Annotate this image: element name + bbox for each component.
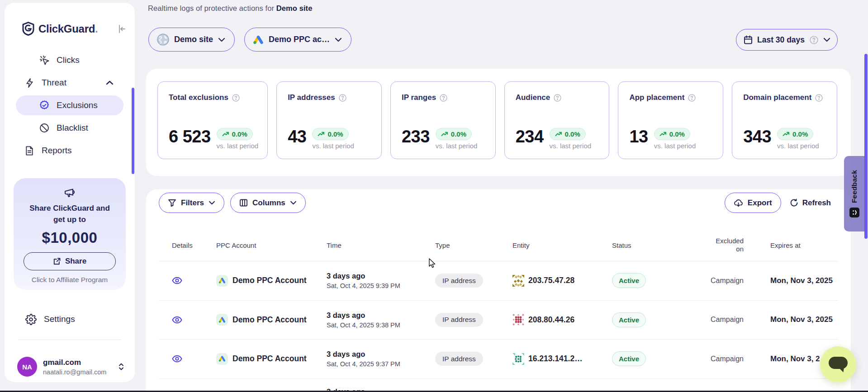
- sidebar-item-blacklist[interactable]: Blacklist: [16, 117, 123, 139]
- help-circle-icon[interactable]: [554, 94, 561, 102]
- context-selectors: Demo site Demo PPC ac…: [148, 28, 351, 52]
- account-email: naatali.ro@gmail.com: [43, 368, 106, 376]
- table-row[interactable]: Demo PPC Account 3 days ago Sat, Oct 4, …: [159, 340, 838, 379]
- clickguard-logo-icon: [22, 22, 34, 36]
- document-icon: [24, 146, 35, 156]
- brand-row: ClickGuard.: [22, 22, 127, 36]
- entity-identicon: [512, 353, 524, 365]
- sidebar-collapse-icon[interactable]: [117, 24, 127, 34]
- time-relative: 3 days ago: [327, 272, 435, 280]
- chevron-down-icon: [290, 201, 297, 205]
- col-header-ppc-account[interactable]: PPC Account: [216, 241, 327, 249]
- chevron-down-icon: [209, 201, 215, 205]
- stat-change: 0.0%: [565, 130, 580, 138]
- type-badge: IP address: [435, 352, 483, 366]
- sidebar-item-clicks[interactable]: Clicks: [16, 49, 123, 71]
- status-badge: Active: [612, 273, 646, 288]
- stat-value: 343: [743, 128, 771, 146]
- feedback-tab[interactable]: Feedback: [844, 156, 865, 231]
- share-button[interactable]: Share: [24, 252, 116, 270]
- view-details-eye-icon[interactable]: [172, 355, 182, 363]
- stat-change: 0.0%: [669, 130, 685, 138]
- filters-button-label: Filters: [181, 198, 204, 208]
- expires-at-value: Mon, Nov 3, 2025: [744, 315, 838, 324]
- col-header-entity[interactable]: Entity: [512, 241, 612, 249]
- sidebar-scrollbar-thumb[interactable]: [132, 88, 134, 174]
- col-header-excluded-on[interactable]: Excluded on: [711, 237, 744, 253]
- stat-title: IP addresses: [288, 93, 335, 102]
- chevron-down-icon: [335, 38, 342, 42]
- help-circle-icon[interactable]: [440, 94, 447, 102]
- export-button-label: Export: [748, 198, 772, 208]
- help-circle-icon[interactable]: [688, 94, 696, 102]
- columns-button[interactable]: Columns: [230, 193, 306, 213]
- col-header-details[interactable]: Details: [172, 241, 216, 249]
- chevron-up-icon: [106, 80, 114, 85]
- date-range-selector[interactable]: Last 30 days: [736, 29, 838, 51]
- col-header-time[interactable]: Time: [327, 241, 435, 249]
- chevron-down-icon: [823, 38, 830, 42]
- affiliate-promo-card: Share ClickGuard and get up to $10,000 S…: [14, 178, 126, 290]
- share-button-label: Share: [65, 257, 86, 266]
- help-circle-icon[interactable]: [232, 94, 240, 102]
- affiliate-caption[interactable]: Click to Affiliate Program: [14, 276, 126, 284]
- entity-value: 16.213.141.2…: [528, 354, 583, 364]
- help-circle-icon[interactable]: [339, 94, 346, 102]
- stat-card-ip-ranges: IP ranges 233 0.0% vs. last period: [390, 81, 496, 159]
- site-selector[interactable]: Demo site: [148, 28, 235, 52]
- page-scrollbar-thumb[interactable]: [864, 54, 868, 239]
- cloud-download-icon: [734, 199, 743, 207]
- ppc-account-name: Demo PPC Account: [232, 276, 307, 285]
- ppc-account-selector[interactable]: Demo PPC ac…: [244, 28, 351, 52]
- sidebar-item-label: Threat: [42, 78, 66, 88]
- chat-bubble-icon: [828, 356, 849, 373]
- stat-value: 43: [288, 128, 306, 146]
- promo-line1: Share ClickGuard and: [14, 203, 126, 214]
- view-details-eye-icon[interactable]: [172, 277, 182, 284]
- help-circle-icon: [810, 36, 818, 44]
- trending-up-icon: [318, 132, 325, 137]
- logs-panel: Filters Columns Export: [146, 189, 851, 392]
- cursor-click-icon: [39, 55, 50, 66]
- feedback-label: Feedback: [850, 170, 859, 203]
- col-header-expires-at[interactable]: Expires at: [744, 241, 838, 249]
- table-toolbar: Filters Columns Export: [146, 189, 851, 213]
- columns-button-label: Columns: [252, 198, 285, 208]
- google-ads-icon: [216, 275, 228, 287]
- chat-widget-button[interactable]: [820, 346, 856, 383]
- stat-caption: vs. last period: [777, 142, 819, 150]
- filters-button[interactable]: Filters: [159, 193, 224, 213]
- type-badge: IP address: [435, 313, 483, 327]
- export-button[interactable]: Export: [725, 193, 781, 213]
- ppc-account-name: Demo PPC Account: [232, 354, 307, 364]
- col-header-type[interactable]: Type: [435, 241, 512, 249]
- date-range-label: Last 30 days: [757, 35, 805, 45]
- crisp-logo-icon: [849, 208, 859, 217]
- sidebar-item-exclusions[interactable]: Exclusions: [16, 95, 123, 115]
- help-circle-icon[interactable]: [815, 94, 823, 102]
- sidebar-item-settings[interactable]: Settings: [25, 309, 75, 329]
- time-full: Sat, Oct 4, 2025 9:39 PM: [327, 282, 435, 289]
- sidebar-item-label: Clicks: [57, 55, 80, 65]
- trending-up-icon: [783, 132, 790, 137]
- time-full: Sat, Oct 4, 2025 9:37 PM: [327, 360, 435, 368]
- sidebar-item-label: Blacklist: [57, 123, 88, 133]
- exclusions-table: Details PPC Account Time Type Entity Sta…: [159, 213, 838, 392]
- table-row[interactable]: 3 days ago: [159, 379, 838, 392]
- calendar-icon: [743, 35, 753, 45]
- view-details-eye-icon[interactable]: [172, 316, 182, 324]
- refresh-icon: [790, 198, 798, 207]
- table-row[interactable]: Demo PPC Account 3 days ago Sat, Oct 4, …: [159, 261, 838, 301]
- entity-identicon: [512, 314, 524, 326]
- col-header-status[interactable]: Status: [612, 241, 706, 249]
- refresh-button[interactable]: Refresh: [790, 198, 831, 208]
- sidebar-item-threat[interactable]: Threat: [16, 71, 123, 94]
- table-row[interactable]: Demo PPC Account 3 days ago Sat, Oct 4, …: [159, 301, 838, 340]
- stat-value: 233: [402, 128, 430, 146]
- account-switcher[interactable]: NA gmail.com naatali.ro@gmail.com: [17, 354, 125, 379]
- trending-up-icon: [659, 132, 667, 137]
- stat-title: Audience: [516, 93, 550, 102]
- time-relative: 3 days ago: [327, 350, 435, 359]
- sidebar-item-reports[interactable]: Reports: [16, 139, 123, 162]
- trending-up-icon: [441, 132, 448, 137]
